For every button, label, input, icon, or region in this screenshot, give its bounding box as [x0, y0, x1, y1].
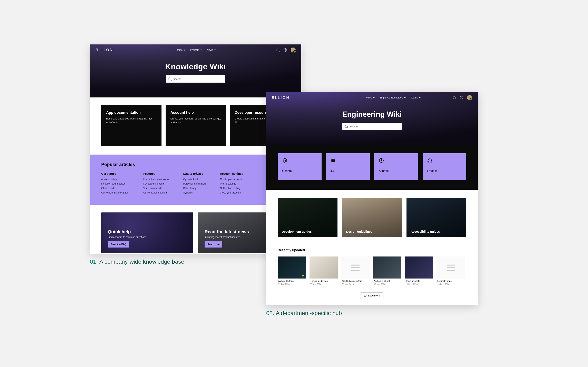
category-embeds[interactable]: Embeds [423, 153, 467, 180]
card-title: iOS SDK quick start [342, 280, 369, 282]
category-android[interactable]: Android [374, 153, 418, 180]
nav-label: News [366, 96, 372, 99]
column-heading: Get started [101, 172, 129, 175]
nav-label: Teams [411, 96, 418, 99]
card-title: Design guidelines [310, 280, 337, 282]
chevron-down-icon [373, 97, 375, 98]
refresh-icon [364, 294, 366, 297]
card-title: Web API tutorial [278, 280, 305, 282]
search-icon[interactable] [276, 48, 280, 52]
article-link[interactable]: Data storage [183, 187, 206, 190]
category-tiles: General iOS Android Embeds [266, 145, 478, 190]
recent-card[interactable]: Example apps10 Dec, 2024 [437, 257, 465, 287]
caption-text: A company-wide knowledge base [99, 259, 184, 265]
chevron-down-icon [200, 50, 202, 50]
article-link[interactable]: Account setup [101, 178, 129, 181]
article-link[interactable]: User interface overview [143, 178, 169, 181]
tile-desc: Basic and advanced ways to get the most … [106, 117, 156, 125]
top-nav: ƎLLION News Employee Resources Teams [266, 92, 478, 103]
svg-rect-13 [431, 161, 432, 162]
article-link[interactable]: Profile settings [220, 182, 243, 185]
svg-point-7 [334, 160, 334, 161]
category-label: Embeds [427, 169, 462, 173]
tile-account-help[interactable]: Account help Create your account, custom… [165, 105, 226, 146]
recent-card[interactable]: Design guidelines03 Apr, 2024 [310, 257, 338, 287]
hero-banner: ƎLLION News Employee Resources Teams Eng… [266, 92, 478, 145]
brand-logo[interactable]: ƎLLION [95, 48, 113, 52]
guide-design[interactable]: Design guidelines [342, 198, 402, 237]
settings-gear-icon[interactable] [283, 48, 287, 52]
search-input[interactable] [349, 125, 399, 128]
nav-item-teams[interactable]: Teams [175, 49, 185, 51]
recent-grid: ★ Web API tutorial01 Apr, 2024 Design gu… [278, 257, 466, 287]
chevron-down-icon [214, 50, 216, 50]
thumbnail [310, 257, 338, 278]
popular-column-account-settings: Account settings Create your account Pro… [220, 172, 243, 196]
search-box[interactable] [166, 75, 225, 83]
thumbnail [437, 257, 465, 278]
chevron-down-icon [184, 50, 185, 50]
category-label: iOS [330, 169, 365, 173]
guide-development[interactable]: Development guides [278, 198, 337, 237]
brand-logo[interactable]: ƎLLION [272, 95, 290, 100]
column-heading: Data & privacy [183, 172, 206, 175]
nav-item-teams[interactable]: Teams [411, 96, 421, 99]
card-title: Basic snippets [406, 280, 433, 282]
category-label: Android [379, 169, 414, 173]
card-date: 02 Jan, 2024 [374, 283, 385, 285]
recent-card[interactable]: iOS SDK quick start08 Mar, 2024 [341, 257, 370, 287]
settings-gear-icon[interactable] [460, 96, 463, 100]
thumbnail: ★ [278, 257, 306, 278]
article-link[interactable]: Close your account [220, 191, 243, 194]
guide-label: Accessibility guides [411, 230, 440, 233]
article-link[interactable]: Personal information [183, 182, 206, 185]
page-title: Knowledge Wiki [90, 62, 301, 71]
tile-app-documentation[interactable]: App documentation Basic and advanced way… [101, 105, 162, 146]
card-quick-help[interactable]: Quick help Find answers to common questi… [101, 212, 193, 253]
svg-point-8 [332, 161, 333, 162]
nav-item-projects[interactable]: Projects [190, 49, 202, 51]
search-box[interactable] [342, 123, 402, 130]
recent-card[interactable]: ★ Web API tutorial01 Apr, 2024 [278, 257, 306, 287]
nav-item-news[interactable]: News [366, 96, 375, 99]
column-heading: Account settings [220, 172, 243, 175]
article-link[interactable]: Systems [183, 191, 206, 194]
category-general[interactable]: General [278, 153, 321, 180]
search-icon[interactable] [452, 96, 456, 100]
article-link[interactable]: Notification settings [220, 187, 243, 190]
recently-updated-section: Recently updated ★ Web API tutorial01 Ap… [266, 237, 478, 304]
card-date: 01 Apr, 2024 [278, 283, 290, 285]
guide-cards: Development guides Design guidelines Acc… [266, 190, 478, 237]
load-more-label: Load more [368, 294, 380, 297]
article-link[interactable]: Customization options [143, 191, 169, 194]
article-link[interactable]: Customize the look & feel [101, 191, 129, 194]
article-link[interactable]: Offline mode [101, 187, 129, 190]
section-heading: Recently updated [278, 248, 466, 252]
search-icon [168, 77, 171, 80]
article-link[interactable]: Voice commands [143, 187, 169, 190]
nav-item-news[interactable]: News [207, 49, 216, 51]
recent-card[interactable]: Basic snippets20 Dec, 2024 [405, 257, 433, 287]
nav-label: Employee Resources [380, 96, 403, 99]
nav-menu: Teams Projects News [175, 49, 216, 51]
article-link[interactable]: Create your account [220, 178, 243, 181]
category-ios[interactable]: iOS [326, 153, 370, 180]
article-link[interactable]: Opt in/opt out [183, 178, 206, 181]
nav-label: Teams [175, 49, 182, 51]
load-more-button[interactable]: Load more [361, 292, 383, 299]
avatar[interactable] [467, 95, 472, 100]
thumbnail [373, 257, 401, 278]
gear-icon [282, 158, 287, 163]
recent-card[interactable]: Android SDK ref02 Jan, 2024 [373, 257, 401, 287]
star-icon: ★ [302, 274, 305, 277]
top-nav: ƎLLION Teams Projects News [90, 44, 301, 55]
article-link[interactable]: Install on your devices [101, 182, 129, 185]
article-link[interactable]: Keyboard shortcuts [143, 182, 169, 185]
read-faq-button[interactable]: Read the FAQ [108, 242, 129, 248]
avatar[interactable] [291, 48, 296, 52]
guide-accessibility[interactable]: Accessibility guides [406, 198, 466, 237]
nav-item-employee-resources[interactable]: Employee Resources [380, 96, 406, 99]
popular-column-get-started: Get started Account setup Install on you… [101, 172, 129, 196]
search-input[interactable] [173, 77, 223, 81]
read-more-button[interactable]: Read more [205, 242, 222, 248]
